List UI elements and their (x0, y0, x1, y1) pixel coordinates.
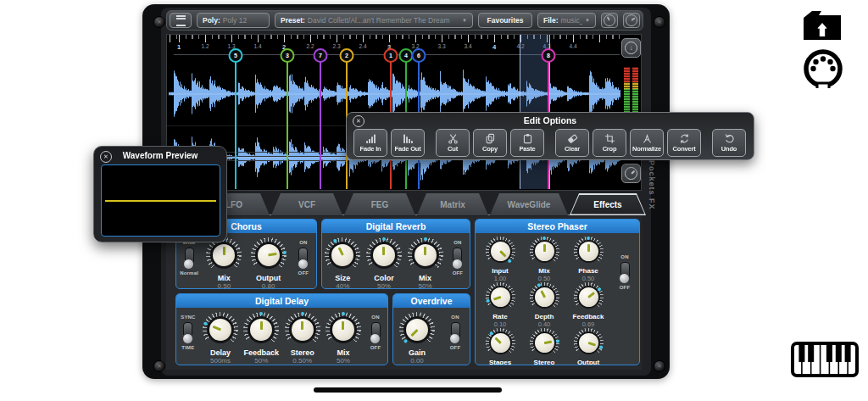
ruler-label: 2.3 (332, 43, 340, 49)
marker-8[interactable]: 8 (542, 48, 556, 63)
ruler-label: 2.4 (359, 43, 366, 49)
tab-label: FEG (371, 200, 389, 209)
toggle-delay-power[interactable]: ONOFF (364, 312, 387, 350)
toggle-chorus-power[interactable]: ONOFF (291, 237, 316, 276)
knob-chorus-mix[interactable]: Mix0.50 (202, 237, 246, 289)
preset-label: Preset: (281, 16, 305, 25)
knob-needle (494, 337, 501, 344)
knob-label: Stereo (291, 348, 314, 357)
knob-overdrive-gain[interactable]: Gain0.00 (395, 312, 439, 365)
edit-button-label: Undo (721, 145, 737, 153)
waveform-preview-screen (101, 164, 220, 237)
gauge-icon (625, 167, 637, 180)
knob-delay-stereo[interactable]: Stereo0.50% (282, 312, 323, 365)
clear-icon (567, 133, 578, 144)
knob-dial (325, 237, 360, 273)
knob-phaser-stereo[interactable]: Stereo0.80 (523, 328, 565, 365)
knob-dial (366, 237, 402, 273)
marker-5[interactable]: 5 (229, 48, 243, 63)
knob-delay-delay[interactable]: Delay500ms (200, 312, 241, 365)
edit-button-label: Convert (673, 145, 696, 153)
gauge-button[interactable] (621, 164, 641, 183)
dial-button-1[interactable] (601, 13, 618, 28)
stereo-phaser-section: Stereo Phaser Input1.00Mix0.50Phase0.50 … (475, 219, 640, 365)
export-folder-button[interactable] (801, 8, 843, 45)
marker-6[interactable]: 6 (412, 48, 426, 63)
dial-button-2[interactable] (623, 13, 640, 28)
toggle-phaser-power[interactable]: ONOFF (612, 252, 637, 290)
toggle-switch (451, 322, 460, 343)
knob-needle (492, 296, 500, 300)
tab-effects[interactable]: Effects (570, 193, 646, 215)
knob-value: 0.80 (262, 282, 275, 289)
cut-icon (448, 133, 459, 144)
marker-1[interactable]: 1 (384, 48, 398, 63)
knob-chorus-output[interactable]: Output0.80 (247, 237, 291, 289)
fade-out-button[interactable]: Fade Out (391, 129, 425, 157)
preset-dropdown[interactable]: Preset:David Collett/Al...an't Remember … (275, 13, 473, 28)
knob-phaser-output[interactable]: Output0.90 (567, 328, 609, 365)
knob-reverb-size[interactable]: Size40% (322, 237, 364, 289)
home-indicator[interactable] (314, 387, 502, 393)
edit-button-label: Fade In (360, 145, 381, 153)
undo-button[interactable]: Undo (712, 129, 746, 157)
ruler-label: 3.4 (464, 43, 471, 49)
tab-vcf[interactable]: VCF (271, 193, 342, 215)
knob-value: 500ms (210, 357, 231, 365)
toggle-overdrive-power[interactable]: ONOFF (442, 312, 468, 350)
knob-reverb-color[interactable]: Color50% (364, 237, 405, 289)
ruler-label: 1 (177, 43, 181, 51)
edit-options-header: ✕ Edit Options (347, 113, 754, 127)
toggle-switch (298, 248, 308, 268)
toggle-chorus-wide-normal[interactable]: WideNormal (176, 237, 202, 276)
knob-reverb-mix[interactable]: Mix50% (404, 237, 446, 289)
clear-button[interactable]: Clear (555, 129, 589, 157)
download-icon: ↓ (625, 42, 637, 54)
screenshot-root: ✕ ✕ ✕ ✕ Poly:Poly 12 Preset:David Collet… (0, 0, 868, 401)
knob-value: 0.00 (410, 357, 424, 365)
marker-2[interactable]: 2 (340, 48, 354, 63)
piano-button[interactable] (791, 342, 859, 380)
knob-phaser-input[interactable]: Input1.00 (479, 237, 521, 282)
knob-phaser-stages[interactable]: Stages4 (479, 328, 521, 365)
toggle-delay-sync-time[interactable]: SYNCTIME (176, 312, 200, 350)
edit-button-label: Clear (565, 145, 580, 153)
knob-phaser-feedback[interactable]: Feedback0.69 (567, 282, 609, 328)
knob-needle (382, 247, 385, 255)
marker-7[interactable]: 7 (314, 48, 328, 63)
knob-phaser-depth[interactable]: Depth0.40 (523, 282, 565, 328)
screw-bottom-right: ✕ (654, 360, 665, 372)
knob-needle (260, 321, 263, 330)
convert-button[interactable]: Convert (667, 129, 701, 157)
copy-button[interactable]: Copy (473, 129, 507, 157)
knob-phaser-phase[interactable]: Phase0.50 (567, 237, 609, 282)
normalize-button[interactable]: Normalize (630, 129, 664, 157)
overdrive-header: Overdrive (393, 294, 470, 308)
tab-matrix[interactable]: Matrix (417, 193, 488, 215)
download-button[interactable]: ↓ (621, 38, 641, 58)
caret-down-icon: ▼ (585, 18, 590, 23)
cut-button[interactable]: Cut (436, 129, 470, 157)
tab-feg[interactable]: FEG (344, 193, 415, 215)
tab-waveglide[interactable]: WaveGlide (490, 193, 568, 215)
paste-button[interactable]: Paste (510, 129, 544, 157)
fade-in-button[interactable]: Fade In (353, 129, 387, 157)
knob-value: 50% (377, 282, 391, 289)
toggle-reverb-power[interactable]: ONOFF (446, 237, 470, 276)
file-dropdown[interactable]: File:music_box▼ (537, 13, 596, 28)
midi-button[interactable] (803, 48, 843, 92)
favourites-label: Favourites (487, 16, 524, 25)
favourites-button[interactable]: Favourites (478, 13, 532, 28)
marker-3[interactable]: 3 (281, 48, 295, 63)
knob-delay-mix[interactable]: Mix50% (323, 312, 364, 365)
knob-needle (410, 329, 418, 337)
edit-button-label: Fade Out (395, 145, 421, 153)
crop-button[interactable]: Crop (593, 129, 626, 157)
knob-phaser-mix[interactable]: Mix0.50 (523, 237, 565, 282)
tab-label: Effects (593, 200, 621, 209)
knob-value-dot (301, 312, 304, 315)
poly-button[interactable]: Poly:Poly 12 (197, 13, 270, 28)
menu-button[interactable] (170, 13, 192, 28)
knob-delay-feedback[interactable]: Feedback50% (241, 312, 281, 365)
knob-label: Phase (578, 267, 598, 275)
